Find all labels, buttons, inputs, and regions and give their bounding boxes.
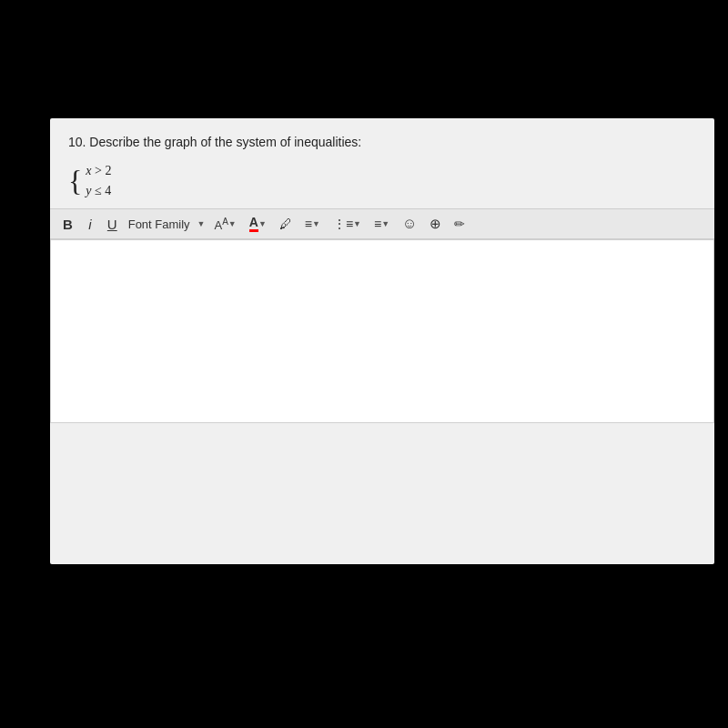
edit-icon: ✏ bbox=[454, 217, 465, 231]
aa-label: AA bbox=[215, 217, 228, 232]
font-family-label: Font Family bbox=[128, 217, 190, 231]
edit-button[interactable]: ✏ bbox=[450, 215, 469, 233]
main-screen: 10. Describe the graph of the system of … bbox=[50, 118, 714, 564]
font-color-arrow-icon: ▼ bbox=[258, 219, 267, 228]
bullet-list-button[interactable]: ⋮≡ ▼ bbox=[329, 215, 365, 233]
align-icon: ≡ bbox=[305, 217, 312, 231]
equation-2: y ≤ 4 bbox=[86, 182, 111, 200]
italic-button[interactable]: i bbox=[82, 215, 98, 234]
left-brace-icon: { bbox=[68, 167, 82, 196]
answer-editor bbox=[50, 239, 714, 423]
question-description: Describe the graph of the system of ineq… bbox=[89, 135, 361, 149]
math-system: { x > 2 y ≤ 4 bbox=[68, 162, 696, 199]
editor-input[interactable] bbox=[51, 240, 713, 422]
text-editor-toolbar: B i U Font Family ▼ AA ▼ A ▼ 🖊 ≡ ▼ ⋮≡ ▼ … bbox=[50, 208, 714, 239]
link-icon: ⊕ bbox=[430, 216, 441, 232]
align-arrow-icon: ▼ bbox=[312, 219, 320, 228]
underline-button[interactable]: U bbox=[104, 215, 121, 234]
highlight-button[interactable]: 🖊 bbox=[276, 215, 296, 233]
ordered-list-button[interactable]: ≡ ▼ bbox=[370, 215, 393, 233]
question-area: 10. Describe the graph of the system of … bbox=[50, 118, 714, 208]
equations: x > 2 y ≤ 4 bbox=[86, 162, 111, 199]
question-text: 10. Describe the graph of the system of … bbox=[68, 135, 696, 149]
highlight-icon: 🖊 bbox=[279, 217, 292, 231]
font-size-button[interactable]: AA ▼ bbox=[211, 215, 240, 234]
font-family-arrow-icon: ▼ bbox=[197, 219, 206, 228]
font-color-icon: A bbox=[249, 216, 258, 232]
equation-1: x > 2 bbox=[86, 162, 111, 180]
bold-button[interactable]: B bbox=[59, 215, 76, 234]
link-button[interactable]: ⊕ bbox=[426, 214, 445, 234]
bullet-arrow-icon: ▼ bbox=[353, 219, 361, 228]
ordered-arrow-icon: ▼ bbox=[381, 219, 389, 228]
question-number: 10. bbox=[68, 135, 86, 149]
emoji-button[interactable]: ☺ bbox=[399, 214, 420, 234]
align-button[interactable]: ≡ ▼ bbox=[301, 215, 324, 233]
aa-arrow-icon: ▼ bbox=[228, 219, 237, 228]
bullet-list-icon: ⋮≡ bbox=[333, 217, 353, 231]
ordered-list-icon: ≡ bbox=[374, 217, 381, 231]
font-color-button[interactable]: A ▼ bbox=[246, 214, 270, 234]
emoji-icon: ☺ bbox=[402, 216, 417, 232]
